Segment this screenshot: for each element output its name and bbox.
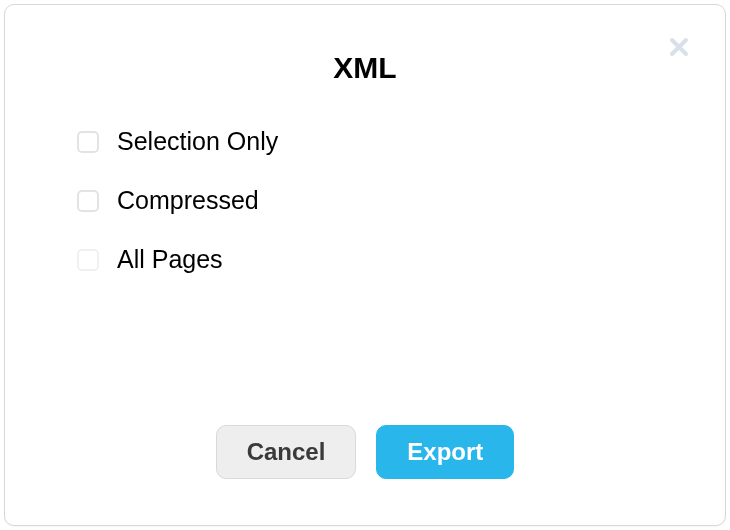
checkbox-selection-only[interactable] bbox=[77, 131, 99, 153]
label-all-pages[interactable]: All Pages bbox=[117, 247, 223, 272]
export-button[interactable]: Export bbox=[376, 425, 514, 479]
close-button[interactable] bbox=[667, 33, 695, 61]
option-selection-only: Selection Only bbox=[77, 129, 653, 154]
checkbox-all-pages[interactable] bbox=[77, 249, 99, 271]
dialog-title: XML bbox=[77, 51, 653, 85]
option-all-pages: All Pages bbox=[77, 247, 653, 272]
label-selection-only[interactable]: Selection Only bbox=[117, 129, 278, 154]
label-compressed[interactable]: Compressed bbox=[117, 188, 259, 213]
export-xml-dialog: XML Selection Only Compressed All Pages … bbox=[4, 4, 726, 526]
close-icon bbox=[667, 35, 691, 59]
dialog-button-row: Cancel Export bbox=[5, 425, 725, 479]
checkbox-compressed[interactable] bbox=[77, 190, 99, 212]
cancel-button[interactable]: Cancel bbox=[216, 425, 357, 479]
option-compressed: Compressed bbox=[77, 188, 653, 213]
options-group: Selection Only Compressed All Pages bbox=[77, 129, 653, 272]
